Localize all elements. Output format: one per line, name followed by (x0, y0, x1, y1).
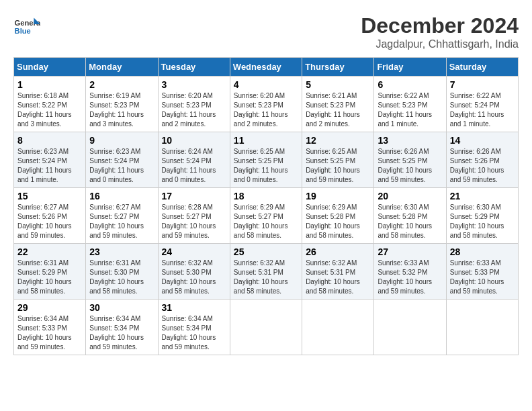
day-number-25: 25 (234, 246, 298, 257)
calendar-day-22: 22 Sunrise: 6:31 AM Sunset: 5:29 PM Dayl… (14, 244, 86, 300)
day-info-1: Sunrise: 6:18 AM Sunset: 5:22 PM Dayligh… (17, 91, 82, 129)
day-info-28: Sunrise: 6:33 AM Sunset: 5:33 PM Dayligh… (450, 259, 515, 296)
day-info-8: Sunrise: 6:23 AM Sunset: 5:24 PM Dayligh… (17, 147, 82, 185)
day-number-1: 1 (17, 79, 82, 90)
day-number-27: 27 (378, 246, 442, 257)
calendar-day-6: 6 Sunrise: 6:22 AM Sunset: 5:23 PM Dayli… (374, 77, 446, 132)
calendar-table: Sunday Monday Tuesday Wednesday Thursday… (13, 57, 519, 355)
day-info-16: Sunrise: 6:27 AM Sunset: 5:27 PM Dayligh… (89, 203, 154, 240)
calendar-day-24: 24 Sunrise: 6:32 AM Sunset: 5:30 PM Dayl… (158, 244, 230, 300)
calendar-day-17: 17 Sunrise: 6:28 AM Sunset: 5:27 PM Dayl… (158, 188, 230, 244)
day-info-18: Sunrise: 6:29 AM Sunset: 5:27 PM Dayligh… (234, 203, 298, 240)
calendar-week-1: 1 Sunrise: 6:18 AM Sunset: 5:22 PM Dayli… (14, 77, 519, 132)
day-info-17: Sunrise: 6:28 AM Sunset: 5:27 PM Dayligh… (162, 203, 226, 240)
calendar-day-25: 25 Sunrise: 6:32 AM Sunset: 5:31 PM Dayl… (230, 244, 302, 300)
day-info-4: Sunrise: 6:20 AM Sunset: 5:23 PM Dayligh… (234, 91, 298, 129)
calendar-day-30: 30 Sunrise: 6:34 AM Sunset: 5:34 PM Dayl… (86, 300, 158, 355)
calendar-day-20: 20 Sunrise: 6:30 AM Sunset: 5:28 PM Dayl… (374, 188, 446, 244)
calendar-day-9: 9 Sunrise: 6:23 AM Sunset: 5:24 PM Dayli… (86, 132, 158, 188)
day-info-10: Sunrise: 6:24 AM Sunset: 5:24 PM Dayligh… (162, 147, 226, 185)
calendar-day-28: 28 Sunrise: 6:33 AM Sunset: 5:33 PM Dayl… (446, 244, 518, 300)
day-number-8: 8 (17, 135, 82, 146)
calendar-day-31: 31 Sunrise: 6:34 AM Sunset: 5:34 PM Dayl… (158, 300, 230, 355)
day-number-18: 18 (234, 191, 298, 201)
day-info-25: Sunrise: 6:32 AM Sunset: 5:31 PM Dayligh… (234, 259, 298, 296)
calendar-day-5: 5 Sunrise: 6:21 AM Sunset: 5:23 PM Dayli… (302, 77, 374, 132)
calendar-day-16: 16 Sunrise: 6:27 AM Sunset: 5:27 PM Dayl… (86, 188, 158, 244)
day-number-30: 30 (89, 302, 154, 313)
day-info-14: Sunrise: 6:26 AM Sunset: 5:26 PM Dayligh… (450, 147, 515, 185)
calendar-day-8: 8 Sunrise: 6:23 AM Sunset: 5:24 PM Dayli… (14, 132, 86, 188)
svg-text:Blue: Blue (15, 27, 31, 35)
calendar-day-29: 29 Sunrise: 6:34 AM Sunset: 5:33 PM Dayl… (14, 300, 86, 355)
calendar-day-21: 21 Sunrise: 6:30 AM Sunset: 5:29 PM Dayl… (446, 188, 518, 244)
col-tuesday: Tuesday (158, 58, 230, 77)
day-info-12: Sunrise: 6:25 AM Sunset: 5:25 PM Dayligh… (306, 147, 370, 185)
empty-cell (230, 300, 302, 355)
day-number-11: 11 (234, 135, 298, 146)
day-info-3: Sunrise: 6:20 AM Sunset: 5:23 PM Dayligh… (162, 91, 226, 129)
day-number-28: 28 (450, 246, 515, 257)
calendar-day-23: 23 Sunrise: 6:31 AM Sunset: 5:30 PM Dayl… (86, 244, 158, 300)
day-info-24: Sunrise: 6:32 AM Sunset: 5:30 PM Dayligh… (162, 259, 226, 296)
day-info-11: Sunrise: 6:25 AM Sunset: 5:25 PM Dayligh… (234, 147, 298, 185)
calendar-week-5: 29 Sunrise: 6:34 AM Sunset: 5:33 PM Dayl… (14, 300, 519, 355)
location-subtitle: Jagdalpur, Chhattisgarh, India (361, 38, 519, 50)
day-info-27: Sunrise: 6:33 AM Sunset: 5:32 PM Dayligh… (378, 259, 442, 296)
day-info-13: Sunrise: 6:26 AM Sunset: 5:25 PM Dayligh… (378, 147, 442, 185)
day-number-5: 5 (306, 79, 370, 90)
day-number-23: 23 (89, 246, 154, 257)
day-info-30: Sunrise: 6:34 AM Sunset: 5:34 PM Dayligh… (89, 314, 154, 352)
day-info-22: Sunrise: 6:31 AM Sunset: 5:29 PM Dayligh… (17, 259, 82, 296)
day-number-2: 2 (89, 79, 154, 90)
day-number-4: 4 (234, 79, 298, 90)
day-info-23: Sunrise: 6:31 AM Sunset: 5:30 PM Dayligh… (89, 259, 154, 296)
calendar-day-13: 13 Sunrise: 6:26 AM Sunset: 5:25 PM Dayl… (374, 132, 446, 188)
calendar-header-row: Sunday Monday Tuesday Wednesday Thursday… (14, 58, 519, 77)
day-info-26: Sunrise: 6:32 AM Sunset: 5:31 PM Dayligh… (306, 259, 370, 296)
day-info-5: Sunrise: 6:21 AM Sunset: 5:23 PM Dayligh… (306, 91, 370, 129)
day-number-10: 10 (162, 135, 226, 146)
logo-icon: General Blue (13, 13, 40, 40)
day-number-29: 29 (17, 302, 82, 313)
calendar-day-7: 7 Sunrise: 6:22 AM Sunset: 5:24 PM Dayli… (446, 77, 518, 132)
calendar-day-3: 3 Sunrise: 6:20 AM Sunset: 5:23 PM Dayli… (158, 77, 230, 132)
day-info-31: Sunrise: 6:34 AM Sunset: 5:34 PM Dayligh… (162, 314, 226, 352)
col-monday: Monday (86, 58, 158, 77)
calendar-day-2: 2 Sunrise: 6:19 AM Sunset: 5:23 PM Dayli… (86, 77, 158, 132)
day-number-26: 26 (306, 246, 370, 257)
empty-cell (446, 300, 518, 355)
page-header: General Blue December 2024 Jagdalpur, Ch… (13, 13, 519, 50)
calendar-week-4: 22 Sunrise: 6:31 AM Sunset: 5:29 PM Dayl… (14, 244, 519, 300)
calendar-day-12: 12 Sunrise: 6:25 AM Sunset: 5:25 PM Dayl… (302, 132, 374, 188)
title-section: December 2024 Jagdalpur, Chhattisgarh, I… (361, 13, 519, 50)
logo: General Blue (13, 13, 44, 40)
calendar-day-14: 14 Sunrise: 6:26 AM Sunset: 5:26 PM Dayl… (446, 132, 518, 188)
calendar-day-27: 27 Sunrise: 6:33 AM Sunset: 5:32 PM Dayl… (374, 244, 446, 300)
day-number-31: 31 (162, 302, 226, 313)
day-number-19: 19 (306, 191, 370, 201)
day-info-21: Sunrise: 6:30 AM Sunset: 5:29 PM Dayligh… (450, 203, 515, 240)
calendar-day-15: 15 Sunrise: 6:27 AM Sunset: 5:26 PM Dayl… (14, 188, 86, 244)
calendar-day-11: 11 Sunrise: 6:25 AM Sunset: 5:25 PM Dayl… (230, 132, 302, 188)
calendar-day-10: 10 Sunrise: 6:24 AM Sunset: 5:24 PM Dayl… (158, 132, 230, 188)
calendar-day-19: 19 Sunrise: 6:29 AM Sunset: 5:28 PM Dayl… (302, 188, 374, 244)
day-info-19: Sunrise: 6:29 AM Sunset: 5:28 PM Dayligh… (306, 203, 370, 240)
day-info-7: Sunrise: 6:22 AM Sunset: 5:24 PM Dayligh… (450, 91, 515, 129)
day-number-21: 21 (450, 191, 515, 201)
col-saturday: Saturday (446, 58, 518, 77)
calendar-day-26: 26 Sunrise: 6:32 AM Sunset: 5:31 PM Dayl… (302, 244, 374, 300)
day-number-20: 20 (378, 191, 442, 201)
day-info-6: Sunrise: 6:22 AM Sunset: 5:23 PM Dayligh… (378, 91, 442, 129)
day-number-7: 7 (450, 79, 515, 90)
day-info-9: Sunrise: 6:23 AM Sunset: 5:24 PM Dayligh… (89, 147, 154, 185)
day-number-17: 17 (162, 191, 226, 201)
col-friday: Friday (374, 58, 446, 77)
day-number-9: 9 (89, 135, 154, 146)
day-number-22: 22 (17, 246, 82, 257)
day-info-29: Sunrise: 6:34 AM Sunset: 5:33 PM Dayligh… (17, 314, 82, 352)
day-number-16: 16 (89, 191, 154, 201)
col-wednesday: Wednesday (230, 58, 302, 77)
day-number-3: 3 (162, 79, 226, 90)
day-number-15: 15 (17, 191, 82, 201)
